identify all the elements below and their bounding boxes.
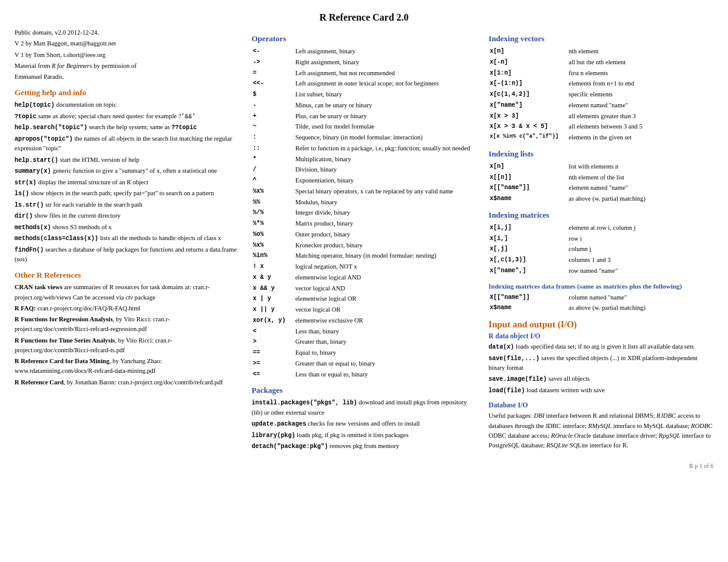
table-row: %x%Special binary operators, x can be re…	[252, 186, 477, 197]
column-3: Indexing vectors x[n]nth element x[-n]al…	[488, 28, 713, 453]
indexing-dataframes-table: X[["name"]]column named "name" x$nameas …	[488, 292, 713, 314]
table-row: %x%Kronecker product, binary	[252, 240, 477, 251]
table-row: x[,c(1,3)]columns 1 and 3	[488, 255, 713, 266]
table-row: x[x > 3]all elements greater than 3	[488, 111, 713, 122]
column-2: Operators <-Left assignment, binary ->Ri…	[252, 28, 477, 453]
column-1: Public domain, v2.0 2012-12-24. V 2 by M…	[15, 28, 240, 453]
table-row: x[-(1:n)]elements from n+1 to end	[488, 78, 713, 89]
table-row: ! xlogical negation, NOT x	[252, 261, 477, 272]
packages-block: install.packages("pkgs", lib) download a…	[252, 398, 477, 451]
operators-block: <-Left assignment, binary ->Right assign…	[252, 46, 477, 380]
indexing-dataframes-block: X[["name"]]column named "name" x$nameas …	[488, 292, 713, 314]
indexing-vectors-table: x[n]nth element x[-n]all but the nth ele…	[488, 46, 713, 143]
indexing-lists-table: x[n]list with elements n x[[n]]nth eleme…	[488, 161, 713, 204]
table-row: x["name"]element named "name"	[488, 100, 713, 111]
indexing-matrices-block: x[i,j]element at row i, column j x[i,]ro…	[488, 222, 713, 276]
operators-heading: Operators	[252, 34, 477, 44]
packages-heading: Packages	[252, 386, 477, 395]
table-row: <Less than, binary	[252, 326, 477, 337]
table-row: x[c(1,4,2)]specific elements	[488, 89, 713, 100]
indexing-matrices-heading: Indexing matrices	[488, 210, 713, 220]
table-row: %o%Outer product, binary	[252, 229, 477, 240]
table-row: ~Tilde, used for model formulae	[252, 121, 477, 132]
table-row: x && yvector logical AND	[252, 283, 477, 294]
table-row: x$nameas above (w. partial matching)	[488, 303, 713, 313]
table-row: x$nameas above (w. partial matching)	[488, 193, 713, 204]
indexing-vectors-heading: Indexing vectors	[488, 34, 713, 44]
table-row: *Multiplication, binary	[252, 154, 477, 165]
table-row: x[x > 3 & x < 5]all elements between 3 a…	[488, 121, 713, 132]
table-row: %/%Integer divide, binary	[252, 207, 477, 218]
rdataobj-heading: R data object I/O	[488, 332, 713, 340]
table-row: +Plus, can be unary or binary	[252, 111, 477, 122]
io-heading: Input and output (I/O)	[488, 319, 713, 330]
table-row: x[,j]column j	[488, 244, 713, 255]
table-row: :Sequence, binary (in model formulae: in…	[252, 132, 477, 143]
table-row: =Left assignment, but not recommended	[252, 68, 477, 79]
table-row: %*%Matrix product, binary	[252, 218, 477, 229]
table-row: x[n]nth element	[488, 46, 713, 57]
help-block: help(topic) documentation on topic ?topi…	[15, 100, 240, 264]
table-row: ==Equal to, binary	[252, 347, 477, 358]
help-heading: Getting help and info	[15, 88, 240, 98]
table-row: -Minus, can be unary or binary	[252, 100, 477, 111]
table-row: ->Right assignment, binary	[252, 57, 477, 68]
table-row: x[-n]all but the nth element	[488, 57, 713, 68]
table-row: >Greater than, binary	[252, 336, 477, 347]
table-row: xor(x, y)elementwise exclusive OR	[252, 315, 477, 326]
table-row: $List subset, binary	[252, 89, 477, 100]
indexing-matrices-table: x[i,j]element at row i, column j x[i,]ro…	[488, 222, 713, 276]
table-row: x["name",]row named "name"	[488, 266, 713, 276]
table-row: <<-Left assignment in outer lexical scop…	[252, 78, 477, 89]
table-row: x || yvector logical OR	[252, 304, 477, 315]
indexing-vectors-block: x[n]nth element x[-n]all but the nth ele…	[488, 46, 713, 143]
intro-block: Public domain, v2.0 2012-12-24. V 2 by M…	[15, 28, 240, 82]
table-row: >=Greater than or equal to, binary	[252, 358, 477, 369]
operators-table: <-Left assignment, binary ->Right assign…	[252, 46, 477, 380]
indexing-lists-block: x[n]list with elements n x[[n]]nth eleme…	[488, 161, 713, 204]
indexing-lists-heading: Indexing lists	[488, 149, 713, 159]
table-row: x[x %in% c("a","if")]elements in the giv…	[488, 132, 713, 143]
table-row: x[i,]row i	[488, 233, 713, 244]
table-row: X[["name"]]column named "name"	[488, 292, 713, 303]
table-row: ^Exponentiation, binary	[252, 175, 477, 186]
rdataobj-block: data(x) loads specified data set; if no …	[488, 342, 713, 395]
table-row: x & yelementwise logical AND	[252, 272, 477, 283]
table-row: x[["name"]]element named "name"	[488, 182, 713, 193]
indexing-dataframes-heading: Indexing matrices data frames (same as m…	[488, 283, 713, 290]
page-footer: R p 1 of 6	[15, 463, 713, 469]
table-row: <-Left assignment, binary	[252, 46, 477, 57]
table-row: ::Refer to function in a package, i.e, p…	[252, 143, 477, 154]
database-heading: Database I/O	[488, 401, 713, 409]
table-row: x[n]list with elements n	[488, 161, 713, 172]
database-block: Useful packages: DBI interface between R…	[488, 411, 713, 450]
table-row: <=Less than or equal to, binary	[252, 369, 477, 380]
table-row: x | yelementwise logical OR	[252, 293, 477, 304]
table-row: x[i,j]element at row i, column j	[488, 222, 713, 233]
table-row: x[[n]]nth element of the list	[488, 172, 713, 183]
table-row: x[1:n]first n elements	[488, 68, 713, 79]
other-heading: Other R References	[15, 270, 240, 280]
table-row: %in%Matching operator, binary (in model …	[252, 250, 477, 261]
other-refs-block: CRAN task views are summaries of R resou…	[15, 283, 240, 387]
table-row: %%Modulus, binary	[252, 197, 477, 208]
table-row: /Division, binary	[252, 164, 477, 175]
page-title: R Reference Card 2.0	[15, 12, 713, 23]
